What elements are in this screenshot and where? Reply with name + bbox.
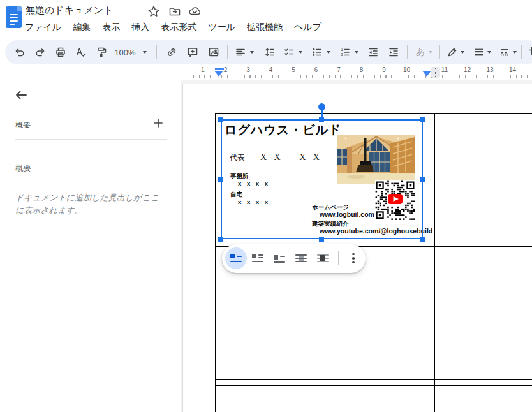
toolbar-separator: [439, 45, 440, 59]
more-options-icon: [352, 253, 355, 264]
border-weight-dropdown-arrow[interactable]: [487, 51, 491, 54]
outline-empty-placeholder: ドキュメントに追加した見出しがここ に表示されます。: [15, 191, 168, 217]
align-dropdown-arrow[interactable]: [250, 51, 254, 54]
toolbar-separator: [227, 45, 228, 59]
menu-bar: ファイル 編集 表示 挿入 表示形式 ツール 拡張機能 ヘルプ: [19, 20, 327, 35]
menu-file[interactable]: ファイル: [19, 20, 67, 35]
logo-line: [10, 17, 18, 18]
move-folder-icon[interactable]: [168, 5, 181, 18]
print-button[interactable]: [52, 40, 69, 64]
resize-handle-ne[interactable]: [420, 117, 425, 122]
star-icon[interactable]: [147, 5, 160, 18]
align-button[interactable]: [232, 40, 249, 64]
crop-image-button[interactable]: [526, 40, 532, 64]
outline-sidebar: 概要 概要 ドキュメントに追加した見出しがここ に表示されます。: [0, 66, 181, 412]
toolbar: 100% 12 あ: [5, 40, 532, 64]
table-border-top: [215, 113, 532, 114]
increase-indent-button[interactable]: [385, 40, 402, 64]
summary-label: 概要: [15, 120, 31, 131]
svg-text:1: 1: [341, 47, 343, 52]
front-of-text-button[interactable]: [312, 247, 334, 269]
border-dash-button[interactable]: [496, 40, 513, 64]
ruler-numbers: 1234567891011121314: [181, 66, 532, 80]
logo-line: [10, 24, 15, 25]
border-weight-button[interactable]: [471, 40, 487, 64]
resize-handle-s[interactable]: [319, 237, 324, 242]
add-summary-button[interactable]: [152, 117, 165, 129]
pen-dropdown-arrow[interactable]: [461, 51, 464, 54]
menu-help[interactable]: ヘルプ: [288, 20, 327, 35]
menu-insert[interactable]: 挿入: [126, 20, 155, 35]
table-border-row3: [215, 385, 532, 386]
table-border-row2: [215, 379, 532, 380]
break-text-button[interactable]: [269, 247, 290, 269]
left-indent-marker[interactable]: [214, 71, 223, 77]
logo-fold: [17, 6, 22, 11]
numbered-list-button[interactable]: 12: [337, 40, 353, 64]
add-comment-button[interactable]: [184, 40, 201, 64]
decrease-indent-button[interactable]: [365, 40, 381, 64]
behind-text-button[interactable]: [290, 247, 312, 269]
numbered-list-dropdown-arrow[interactable]: [355, 51, 358, 54]
spellcheck-button[interactable]: [73, 40, 89, 64]
paint-format-button[interactable]: [93, 40, 110, 64]
sidebar-divider: [15, 139, 167, 140]
redo-button[interactable]: [32, 40, 48, 64]
google-docs-window: 無題のドキュメント ファイル 編集 表示 挿入 表示形式 ツール 拡張機能 ヘル…: [0, 0, 532, 412]
menu-tools[interactable]: ツール: [202, 20, 241, 35]
document-title[interactable]: 無題のドキュメント: [26, 4, 113, 17]
menu-extensions[interactable]: 拡張機能: [241, 20, 288, 35]
toolbar-separator: [156, 45, 157, 59]
zoom-select[interactable]: 100%: [112, 40, 138, 64]
insert-link-button[interactable]: [163, 40, 180, 64]
menu-format[interactable]: 表示形式: [155, 20, 202, 35]
undo-button[interactable]: [11, 40, 28, 64]
imgbar-separator: [338, 251, 339, 265]
toolbar-separator: [407, 45, 408, 59]
toolbar-separator: [521, 45, 522, 59]
insert-image-button[interactable]: [205, 40, 222, 64]
right-indent-marker[interactable]: [422, 71, 431, 77]
table-border-vertical-middle: [434, 113, 435, 412]
menu-edit[interactable]: 編集: [67, 20, 96, 35]
resize-handle-n[interactable]: [319, 117, 324, 122]
input-tools-button: あ: [412, 40, 429, 64]
checklist-button[interactable]: [281, 40, 297, 64]
ruler[interactable]: 1234567891011121314: [181, 66, 532, 80]
logo-line: [10, 14, 18, 15]
checklist-dropdown-arrow[interactable]: [299, 51, 302, 54]
resize-handle-sw[interactable]: [218, 237, 223, 242]
table-column-marker[interactable]: [431, 67, 440, 78]
resize-handle-nw[interactable]: [218, 117, 223, 122]
wrap-text-button[interactable]: [247, 247, 269, 269]
zoom-dropdown-arrow[interactable]: [143, 51, 147, 54]
border-color-pen-button[interactable]: [444, 40, 461, 64]
wrap-inline-button[interactable]: [225, 247, 247, 269]
cloud-saved-icon[interactable]: [188, 5, 201, 18]
close-outline-back-icon[interactable]: [14, 88, 28, 102]
border-dash-dropdown-arrow[interactable]: [513, 51, 517, 54]
menu-view[interactable]: 表示: [96, 20, 126, 35]
resize-handle-w[interactable]: [218, 177, 223, 182]
more-image-options-button[interactable]: [343, 247, 364, 269]
svg-text:2: 2: [341, 52, 343, 57]
bulleted-list-button[interactable]: [309, 40, 325, 64]
logo-line: [10, 20, 18, 22]
input-tools-dropdown-arrow: [429, 51, 432, 54]
table-border-vertical-left: [215, 113, 216, 412]
line-spacing-button[interactable]: [262, 40, 278, 64]
outline-heading: 概要: [15, 163, 31, 174]
resize-handle-e[interactable]: [420, 177, 425, 182]
first-line-indent-marker[interactable]: [215, 68, 224, 70]
rotation-handle[interactable]: [318, 103, 325, 110]
image-options-toolbar: [222, 244, 366, 273]
resize-handle-se[interactable]: [420, 237, 425, 242]
bulleted-list-dropdown-arrow[interactable]: [327, 51, 330, 54]
image-selection-border[interactable]: [221, 119, 423, 239]
